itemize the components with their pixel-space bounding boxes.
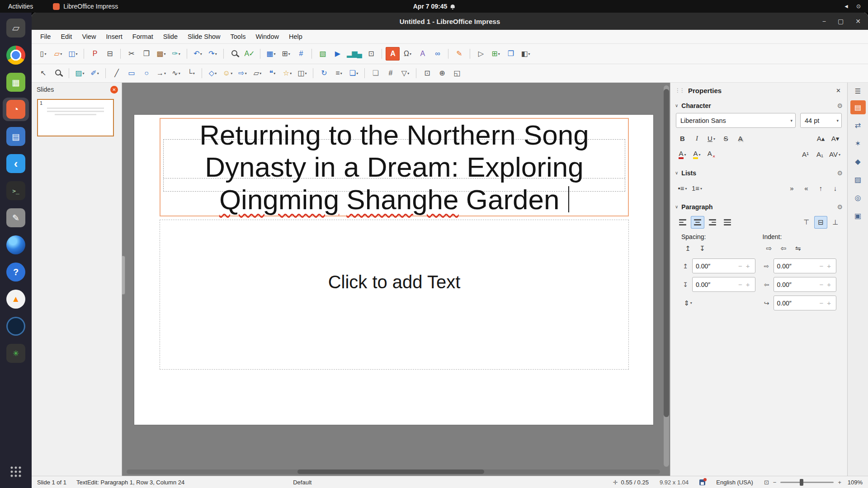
menu-insert[interactable]: Insert	[101, 30, 127, 43]
copy-button[interactable]: ❐	[139, 47, 153, 61]
new-slide-button[interactable]: ⊞ ▾	[489, 47, 503, 61]
increment-button[interactable]: +	[825, 262, 833, 270]
menu-edit[interactable]: Edit	[56, 30, 77, 43]
animation-tab[interactable]: ✶	[850, 136, 866, 150]
extrusion-button[interactable]: ◱	[450, 66, 464, 80]
insert-image-button[interactable]: ▧	[316, 47, 330, 61]
ordered-list-button[interactable]: 1≡ ▾	[690, 182, 703, 195]
line-color-button[interactable]: ✐ ▾	[88, 66, 102, 80]
sidebar-settings-button[interactable]: ☰	[850, 86, 866, 96]
zoom-level[interactable]: 109%	[845, 479, 863, 486]
menu-format[interactable]: Format	[127, 30, 158, 43]
title-text-box[interactable]: Returning to the Northern Song Dynasty i…	[160, 118, 629, 216]
move-up-button[interactable]: ↑	[814, 182, 827, 195]
panel-splitter-handle[interactable]	[122, 256, 125, 295]
slides-panel-close-button[interactable]: ✕	[110, 86, 118, 94]
italic-button[interactable]: I	[690, 132, 703, 145]
chevron-down-icon[interactable]: ∨	[675, 170, 678, 175]
special-character-button[interactable]: Ω ▾	[401, 47, 415, 61]
impress-launcher[interactable]: ◔	[3, 98, 29, 121]
zoom-in-button[interactable]: +	[838, 479, 841, 486]
duplicate-slide-button[interactable]: ❐	[504, 47, 518, 61]
insert-table-button[interactable]: ▦ ▾	[264, 47, 278, 61]
hanging-indent-button[interactable]: ⇋	[792, 242, 805, 255]
clear-formatting-button[interactable]: A	[705, 148, 718, 161]
line-spacing-button[interactable]: ⇕ ▾	[681, 297, 694, 310]
font-color-button[interactable]: A ▾	[676, 148, 689, 161]
menu-window[interactable]: Window	[250, 30, 284, 43]
character-shadow-button[interactable]: A	[734, 132, 747, 145]
zoom-button[interactable]	[51, 66, 65, 80]
increase-paragraph-spacing-button[interactable]: ↥	[681, 242, 694, 255]
font-size-combo[interactable]: 44 pt ▾	[800, 113, 842, 128]
software-launcher[interactable]: ✳	[3, 342, 29, 365]
gimp-launcher[interactable]: ✎	[3, 206, 29, 230]
spelling-button[interactable]: A✓	[242, 47, 256, 61]
focused-app-indicator[interactable]: LibreOffice Impress	[53, 3, 118, 10]
clock-menu[interactable]: Apr 7 09:45	[413, 3, 455, 10]
slide-canvas[interactable]: Returning to the Northern Song Dynasty i…	[122, 83, 670, 476]
find-and-replace-button[interactable]	[227, 47, 241, 61]
export-pdf-button[interactable]: P	[88, 47, 102, 61]
align-top-button[interactable]: ⊤	[800, 216, 813, 229]
gallery-tab[interactable]: ▨	[850, 173, 866, 187]
horizontal-scroll-thumb[interactable]	[297, 469, 484, 474]
menu-slide-show[interactable]: Slide Show	[183, 30, 226, 43]
insert-media-button[interactable]: ▶	[330, 47, 344, 61]
files-launcher[interactable]: ▱	[3, 16, 29, 40]
cut-button[interactable]: ✂	[124, 47, 138, 61]
vertical-scrollbar[interactable]	[664, 85, 669, 467]
below-paragraph-spacing-field[interactable]: 0.00″ − +	[692, 277, 755, 292]
edit-points-button[interactable]: ⊡	[420, 66, 434, 80]
insert-chart-button[interactable]: ▂▆▄	[345, 47, 363, 61]
after-text-indent-field[interactable]: 0.00″ − +	[774, 277, 837, 292]
underline-button[interactable]: U ▾	[705, 132, 718, 145]
rectangle-button[interactable]: ▭	[124, 66, 138, 80]
crop-button[interactable]: #	[383, 66, 397, 80]
zoom-slider[interactable]	[780, 482, 834, 483]
sidebar-close-button[interactable]: ✕	[834, 87, 843, 94]
slide-1-thumbnail[interactable]: 1	[37, 99, 114, 136]
display-grid-button[interactable]: ⊞ ▾	[279, 47, 293, 61]
align-center-button[interactable]	[691, 216, 704, 229]
firefox-launcher[interactable]	[3, 233, 29, 257]
shapes-tab[interactable]: ◆	[850, 155, 866, 169]
title-bar[interactable]: Untitled 1 - LibreOffice Impress − ▢ ✕	[32, 13, 868, 30]
activities-button[interactable]: Activities	[0, 3, 41, 10]
stars-button[interactable]: ☆ ▾	[280, 66, 294, 80]
arrange-button[interactable]: ❏ ▾	[347, 66, 361, 80]
decrease-paragraph-spacing-button[interactable]: ↧	[696, 242, 709, 255]
hyperlink-button[interactable]: ∞	[430, 47, 444, 61]
clone-formatting-button[interactable]: ✑ ▾	[169, 47, 183, 61]
close-button[interactable]: ✕	[855, 18, 861, 25]
font-name-combo[interactable]: Liberation Sans ▾	[676, 113, 796, 128]
select-button[interactable]: ↖	[36, 66, 50, 80]
redo-button[interactable]: ↷ ▾	[206, 47, 220, 61]
show-draw-functions-button[interactable]: ✎	[452, 47, 466, 61]
properties-tab[interactable]: ▤	[850, 100, 866, 114]
symbol-shapes-button[interactable]: ☺ ▾	[221, 66, 235, 80]
help-launcher[interactable]: ?	[3, 260, 29, 284]
character-spacing-button[interactable]: AV ▾	[828, 148, 842, 161]
menu-slide[interactable]: Slide	[158, 30, 183, 43]
slide-layout-button[interactable]: ◧ ▾	[519, 47, 533, 61]
insert-ole-button[interactable]: ⊡	[364, 47, 378, 61]
decrement-button[interactable]: −	[817, 299, 825, 307]
content-placeholder[interactable]: Click to add Text	[160, 220, 629, 370]
decrement-button[interactable]: −	[817, 281, 825, 288]
filter-button[interactable]: ▽ ▾	[398, 66, 412, 80]
writer-launcher[interactable]: ▤	[3, 125, 29, 148]
insert-line-button[interactable]: ╱	[109, 66, 123, 80]
chevron-down-icon[interactable]: ∨	[675, 103, 678, 108]
fill-color-button[interactable]: ▨ ▾	[73, 66, 87, 80]
steam-launcher[interactable]	[3, 314, 29, 338]
slide-transition-tab[interactable]: ⇄	[850, 118, 866, 132]
align-justify-button[interactable]	[721, 216, 734, 229]
align-bottom-button[interactable]: ⊥	[829, 216, 842, 229]
decrement-button[interactable]: −	[817, 262, 825, 270]
increment-button[interactable]: +	[825, 281, 833, 288]
decrement-button[interactable]: −	[736, 281, 744, 288]
align-right-button[interactable]	[706, 216, 719, 229]
menu-view[interactable]: View	[77, 30, 101, 43]
strikethrough-button[interactable]: S	[719, 132, 732, 145]
